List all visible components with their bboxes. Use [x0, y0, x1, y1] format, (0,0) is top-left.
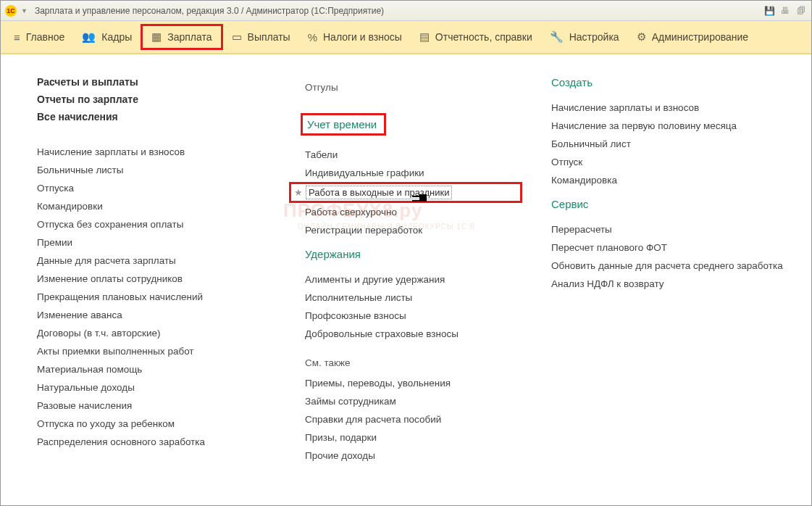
link-vse-nachisleniya[interactable]: Все начисления [37, 111, 276, 123]
toolbar-nalogi[interactable]: % Налоги и взносы [299, 27, 411, 48]
section-uchet-vremeni[interactable]: Учет времени [301, 113, 386, 136]
list-item[interactable]: Больничный лист [551, 135, 797, 153]
list-item[interactable]: Исполнительные листы [305, 289, 522, 307]
app-menu-dropdown-icon[interactable]: ▼ [21, 7, 28, 14]
percent-icon: % [308, 31, 317, 43]
column-left: Расчеты и выплаты Отчеты по зарплате Все… [37, 76, 276, 498]
list-item[interactable]: Прекращения плановых начислений [37, 288, 276, 306]
toolbar-label: Зарплата [167, 31, 212, 43]
list-col1: Начисление зарплаты и взносов Больничные… [37, 143, 276, 451]
link-rabota-vyhodnye[interactable]: Работа в выходные и праздники [306, 186, 452, 199]
list-item[interactable]: Начисление зарплаты и взносов [551, 99, 797, 117]
document-icon[interactable]: 🗐 [795, 5, 807, 17]
list-uderzh: Алименты и другие удержания Исполнительн… [305, 270, 522, 343]
section-servis[interactable]: Сервис [551, 198, 588, 210]
list-item[interactable]: Отпуска по уходу за ребенком [37, 415, 276, 433]
window-titlebar: 1C ▼ Зарплата и управление персоналом, р… [1, 1, 811, 21]
list-item[interactable]: Больничные листы [37, 161, 276, 179]
toolbar-label: Кадры [101, 31, 132, 43]
list-item[interactable]: Отпуска без сохранения оплаты [37, 215, 276, 233]
list-item[interactable]: Распределения основного заработка [37, 433, 276, 451]
list-item[interactable]: Отпуск [551, 153, 797, 171]
list-item[interactable]: Данные для расчета зарплаты [37, 252, 276, 270]
toolbar-label: Выплаты [248, 31, 290, 43]
list-item[interactable]: Табели [305, 146, 522, 164]
column-middle: ПРОФБУХ8.ру ОНЛАЙН-СЕМИНАРЫ И ВИДЕОКУРСЫ… [305, 76, 522, 498]
list-item[interactable]: Анализ НДФЛ к возврату [551, 275, 797, 293]
toolbar-label: Налоги и взносы [323, 31, 402, 43]
calculator-icon: ▦ [151, 30, 162, 43]
toolbar-label: Администрирование [652, 31, 749, 43]
save-icon[interactable]: 💾 [763, 5, 775, 17]
section-sozdat[interactable]: Создать [551, 76, 593, 88]
gear-icon: ⚙ [637, 30, 646, 43]
list-service: Перерасчеты Пересчет планового ФОТ Обнов… [551, 220, 797, 293]
toolbar-label: Отчетность, справки [435, 31, 532, 43]
list-item[interactable]: Премии [37, 233, 276, 252]
main-toolbar: ≡ Главное 👥 Кадры ▦ Зарплата ▭ Выплаты %… [1, 21, 811, 54]
hamburger-icon: ≡ [14, 31, 20, 43]
list-item[interactable]: Пересчет планового ФОТ [551, 239, 797, 257]
list-item[interactable]: Акты приемки выполненных работ [37, 342, 276, 360]
print-icon[interactable]: 🖶 [779, 5, 791, 17]
list-item[interactable]: Профсоюзные взносы [305, 307, 522, 325]
list-item[interactable]: Договоры (в т.ч. авторские) [37, 324, 276, 342]
list-create: Начисление зарплаты и взносов Начисление… [551, 99, 797, 189]
window-title: Зарплата и управление персоналом, редакц… [35, 6, 384, 16]
list-item[interactable]: Командировка [551, 171, 797, 189]
list-item[interactable]: Начисление за первую половину месяца [551, 117, 797, 135]
list-item[interactable]: Регистрации переработок [305, 221, 522, 239]
column-right: Создать Начисление зарплаты и взносов На… [551, 76, 797, 498]
list-item[interactable]: Алименты и другие удержания [305, 270, 522, 289]
list-item[interactable]: Изменение оплаты сотрудников [37, 270, 276, 288]
toolbar-kadry[interactable]: 👥 Кадры [73, 26, 141, 48]
list-item[interactable]: Работа сверхурочно [305, 203, 522, 221]
star-icon[interactable]: ★ [294, 187, 303, 198]
toolbar-main[interactable]: ≡ Главное [5, 27, 73, 48]
link-otchety[interactable]: Отчеты по зарплате [37, 94, 276, 105]
otguly-label[interactable]: Отгулы [305, 82, 522, 93]
list-item[interactable]: Начисление зарплаты и взносов [37, 143, 276, 161]
see-also-label: См. также [305, 357, 522, 368]
toolbar-vyplaty[interactable]: ▭ Выплаты [223, 26, 299, 48]
list-item[interactable]: Натуральные доходы [37, 378, 276, 397]
wallet-icon: ▭ [232, 30, 242, 43]
list-item[interactable]: Изменение аванса [37, 306, 276, 324]
list-item[interactable]: Справки для расчета пособий [305, 410, 522, 428]
list-item[interactable]: Материальная помощь [37, 360, 276, 378]
list-see-also: Приемы, переводы, увольнения Займы сотру… [305, 374, 522, 465]
link-raschety[interactable]: Расчеты и выплаты [37, 76, 276, 88]
toolbar-label: Главное [26, 31, 65, 43]
list-item[interactable]: Обновить данные для расчета среднего зар… [551, 257, 797, 275]
toolbar-otchetnost[interactable]: ▤ Отчетность, справки [411, 26, 541, 48]
list-item[interactable]: Разовые начисления [37, 397, 276, 415]
wrench-icon: 🔧 [550, 30, 564, 43]
list-item[interactable]: Прочие доходы [305, 447, 522, 465]
list-item[interactable]: Отпуска [37, 179, 276, 197]
toolbar-zarplata[interactable]: ▦ Зарплата [141, 24, 222, 50]
content-area: Расчеты и выплаты Отчеты по зарплате Все… [1, 54, 811, 505]
highlighted-row: ★ Работа в выходные и праздники [289, 182, 522, 203]
toolbar-admin[interactable]: ⚙ Администрирование [628, 26, 758, 48]
section-uderzhaniya[interactable]: Удержания [305, 248, 361, 260]
list-item[interactable]: Призы, подарки [305, 428, 522, 447]
report-icon: ▤ [419, 30, 430, 43]
list-item[interactable]: Займы сотрудникам [305, 392, 522, 410]
people-icon: 👥 [82, 30, 96, 43]
list-item-label: Работа в выходные и праздники [309, 187, 449, 198]
list-item[interactable]: Добровольные страховые взносы [305, 325, 522, 343]
toolbar-nastroyka[interactable]: 🔧 Настройка [541, 26, 628, 48]
list-item[interactable]: Перерасчеты [551, 220, 797, 239]
app-logo-icon: 1C [5, 5, 17, 17]
list-time: Табели Индивидуальные графики ★ Работа в… [305, 146, 522, 239]
list-item[interactable]: Командировки [37, 197, 276, 215]
toolbar-label: Настройка [569, 31, 619, 43]
list-item[interactable]: Приемы, переводы, увольнения [305, 374, 522, 392]
list-item[interactable]: Индивидуальные графики [305, 164, 522, 182]
